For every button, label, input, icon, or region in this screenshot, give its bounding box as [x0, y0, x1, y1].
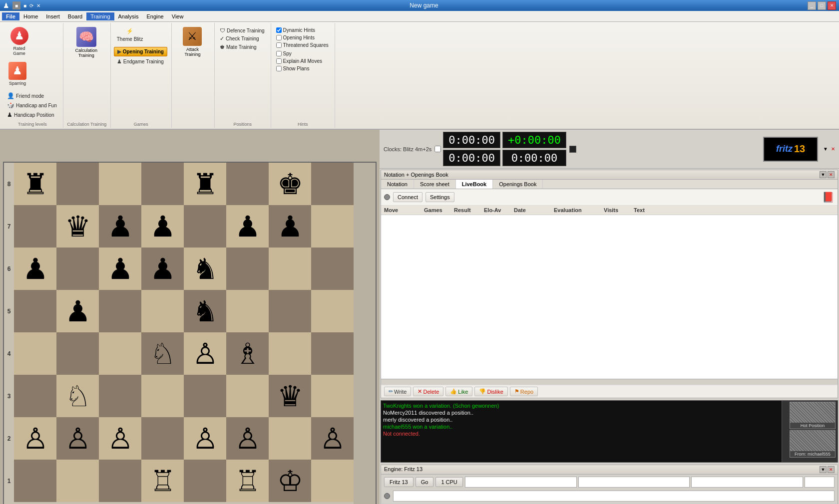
cell-b2[interactable]: ♙	[56, 417, 99, 460]
cell-e6[interactable]: ♞	[184, 248, 226, 290]
cell-b5[interactable]: ♟	[56, 290, 99, 332]
cell-h2[interactable]: ♙	[311, 417, 354, 460]
cell-d7[interactable]: ♟	[141, 205, 184, 248]
theme-blitz-btn[interactable]: ⚡ Theme Blitz	[114, 27, 146, 43]
show-plans-checkbox[interactable]: Show Plans	[274, 65, 324, 72]
cell-g5[interactable]	[269, 290, 311, 332]
cell-a1[interactable]	[14, 460, 56, 502]
engine-expand-btn[interactable]: ▼	[820, 466, 827, 473]
cell-d8[interactable]	[141, 163, 184, 205]
cell-a4[interactable]	[14, 332, 56, 375]
cell-f3[interactable]	[226, 375, 269, 417]
cell-a5[interactable]	[14, 290, 56, 332]
close-btn[interactable]: ✕	[828, 1, 836, 10]
thumb1[interactable]: Hot Position	[790, 402, 836, 429]
cell-e1[interactable]	[184, 460, 226, 502]
cell-a8[interactable]: ♜	[14, 163, 56, 205]
engine-field-1[interactable]	[465, 477, 577, 488]
menu-view[interactable]: View	[168, 12, 188, 20]
cell-a3[interactable]	[14, 375, 56, 417]
cell-c1[interactable]	[99, 460, 141, 502]
engine-field-3[interactable]	[691, 477, 803, 488]
clock-checkbox[interactable]	[434, 146, 441, 152]
tab-livebook[interactable]: LiveBook	[456, 180, 493, 189]
write-btn[interactable]: ✏ Write	[384, 387, 411, 396]
cell-a6[interactable]: ♟	[14, 248, 56, 290]
dynamic-hints-checkbox[interactable]: Dynamic Hints	[274, 27, 331, 33]
maximize-btn[interactable]: □	[818, 1, 826, 10]
chat-scrollbar[interactable]	[782, 401, 788, 462]
cell-c7[interactable]: ♟	[99, 205, 141, 248]
defence-training-btn[interactable]: 🛡 Defence Training	[218, 27, 267, 34]
minimize-btn[interactable]: _	[808, 1, 816, 10]
cell-c8[interactable]	[99, 163, 141, 205]
cell-d6[interactable]: ♟	[141, 248, 184, 290]
cell-h6[interactable]	[311, 248, 354, 290]
cell-e7[interactable]	[184, 205, 226, 248]
cell-h1[interactable]	[311, 460, 354, 502]
menu-training[interactable]: Training	[86, 12, 114, 20]
cell-f8[interactable]	[226, 163, 269, 205]
tab-score-sheet[interactable]: Score sheet	[414, 180, 456, 189]
cell-g2[interactable]	[269, 417, 311, 460]
menu-home[interactable]: Home	[19, 12, 42, 20]
attack-training-btn[interactable]: ⚔ Attack Training	[175, 25, 210, 59]
opening-hints-checkbox[interactable]: Opening Hints	[274, 34, 331, 41]
opening-training-btn[interactable]: ▶ Opening Training	[114, 47, 167, 56]
handicap-fun-btn[interactable]: 🎲 Handicap and Fun	[5, 101, 59, 109]
delete-btn[interactable]: ✕ Delete	[413, 387, 443, 396]
cell-h7[interactable]	[311, 205, 354, 248]
cell-d4[interactable]: ♘	[141, 332, 184, 375]
cell-a2[interactable]: ♙	[14, 417, 56, 460]
cell-g8[interactable]: ♚	[269, 163, 311, 205]
dislike-btn[interactable]: 👎 Dislike	[474, 387, 507, 396]
menu-file[interactable]: File	[2, 12, 19, 20]
mate-training-btn[interactable]: ♚ Mate Training	[218, 43, 259, 51]
engine-field-2[interactable]	[578, 477, 690, 488]
cell-g4[interactable]	[269, 332, 311, 375]
cell-f6[interactable]	[226, 248, 269, 290]
cell-c6[interactable]: ♟	[99, 248, 141, 290]
cell-h5[interactable]	[311, 290, 354, 332]
cpu-btn[interactable]: 1 CPU	[435, 477, 462, 487]
cell-f4[interactable]: ♗	[226, 332, 269, 375]
cell-e5[interactable]: ♞	[184, 290, 226, 332]
cell-c2[interactable]: ♙	[99, 417, 141, 460]
cell-f1[interactable]: ♖	[226, 460, 269, 502]
cell-g1[interactable]: ♔	[269, 460, 311, 502]
cell-d2[interactable]	[141, 417, 184, 460]
cell-d5[interactable]	[141, 290, 184, 332]
notation-close-btn[interactable]: ✕	[828, 171, 835, 178]
cell-c5[interactable]	[99, 290, 141, 332]
clocks-expand-btn[interactable]: ▼	[823, 146, 828, 152]
friend-mode-btn[interactable]: 👤 Friend mode	[5, 92, 59, 100]
menu-insert[interactable]: Insert	[42, 12, 64, 20]
cell-c3[interactable]	[99, 375, 141, 417]
rated-game-btn[interactable]: ♟ Rated Game	[5, 25, 33, 58]
cell-b1[interactable]	[56, 460, 99, 502]
explain-moves-checkbox[interactable]: Explain All Moves	[274, 58, 324, 64]
cell-h3[interactable]	[311, 375, 354, 417]
notation-expand-btn[interactable]: ▼	[820, 171, 827, 178]
cell-b8[interactable]	[56, 163, 99, 205]
cell-e8[interactable]: ♜	[184, 163, 226, 205]
like-btn[interactable]: 👍 Like	[445, 387, 472, 396]
check-training-btn[interactable]: ✓ Check Training	[218, 35, 261, 42]
cell-b4[interactable]	[56, 332, 99, 375]
calculation-training-btn[interactable]: 🧠 Calculation Training	[67, 25, 105, 60]
cell-d1[interactable]: ♖	[141, 460, 184, 502]
repo-btn[interactable]: ⚑ Repo	[510, 387, 538, 396]
cell-e2[interactable]: ♙	[184, 417, 226, 460]
cell-e4[interactable]: ♙	[184, 332, 226, 375]
cell-d3[interactable]	[141, 375, 184, 417]
spy-checkbox[interactable]: Spy	[274, 50, 324, 57]
cell-b6[interactable]	[56, 248, 99, 290]
clocks-close-btn[interactable]: ✕	[831, 146, 835, 152]
threatened-squares-checkbox[interactable]: Threatened Squares	[274, 42, 331, 48]
cell-b3[interactable]: ♘	[56, 375, 99, 417]
notation-hscrollbar[interactable]	[381, 379, 838, 385]
cell-a7[interactable]	[14, 205, 56, 248]
engine-move-field[interactable]	[393, 491, 835, 502]
engine-close-btn[interactable]: ✕	[828, 466, 835, 473]
cell-g3[interactable]: ♛	[269, 375, 311, 417]
